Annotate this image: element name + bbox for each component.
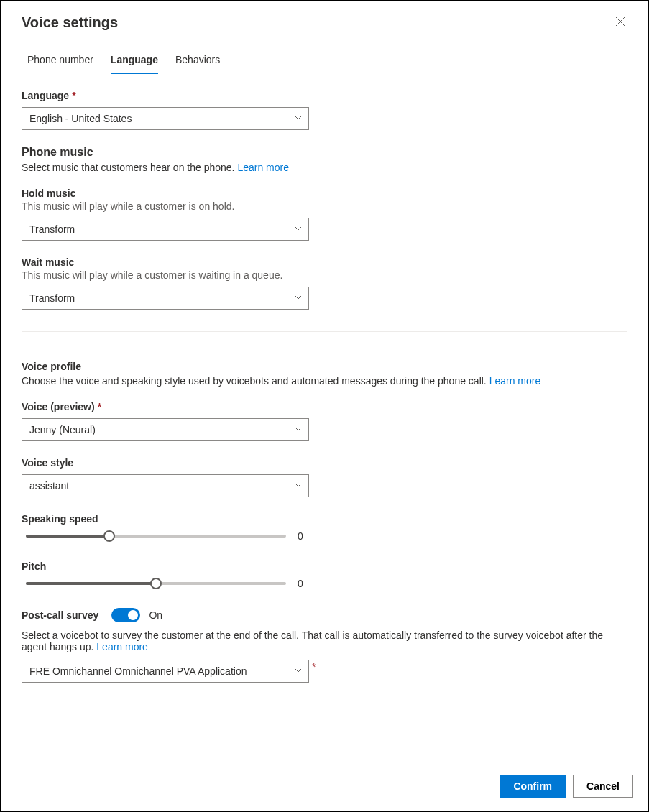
language-select[interactable]: English - United States [22, 107, 309, 130]
voice-label-text: Voice (preview) [22, 401, 95, 412]
phone-music-desc: Select music that customers hear on the … [22, 162, 627, 173]
wait-music-select-value: Transform [29, 292, 75, 304]
phone-music-learn-more-link[interactable]: Learn more [237, 162, 289, 173]
close-icon [615, 17, 625, 29]
voice-label: Voice (preview) * [22, 401, 627, 412]
pitch-slider[interactable] [26, 582, 286, 585]
speaking-speed-label: Speaking speed [22, 513, 627, 525]
language-label-text: Language [22, 90, 69, 101]
toggle-knob [128, 610, 138, 620]
voice-style-select-value: assistant [29, 480, 69, 492]
hold-music-select[interactable]: Transform [22, 218, 309, 241]
slider-thumb[interactable] [103, 530, 115, 542]
hold-music-select-value: Transform [29, 223, 75, 235]
voice-select[interactable]: Jenny (Neural) [22, 418, 309, 441]
tab-behaviors[interactable]: Behaviors [175, 47, 220, 74]
voice-style-label: Voice style [22, 457, 627, 469]
required-indicator: * [312, 661, 316, 673]
post-call-survey-label: Post-call survey [22, 609, 98, 621]
tabs: Phone number Language Behaviors [1, 37, 648, 74]
post-call-survey-select-value: FRE Omnichannel Omnichannel PVA Applicat… [29, 665, 247, 677]
post-call-survey-toggle[interactable] [111, 608, 140, 622]
confirm-button[interactable]: Confirm [500, 775, 566, 798]
voice-profile-heading: Voice profile [22, 361, 627, 372]
language-label: Language * [22, 90, 627, 101]
tab-language[interactable]: Language [111, 47, 158, 74]
wait-music-select[interactable]: Transform [22, 287, 309, 310]
slider-thumb[interactable] [150, 578, 162, 589]
hold-music-desc: This music will play while a customer is… [22, 200, 627, 212]
voice-select-value: Jenny (Neural) [29, 424, 96, 435]
voice-profile-learn-more-link[interactable]: Learn more [489, 375, 541, 387]
close-button[interactable] [613, 16, 627, 30]
speaking-speed-value: 0 [298, 530, 309, 542]
post-call-survey-state: On [149, 609, 162, 621]
phone-music-heading: Phone music [22, 146, 627, 159]
required-indicator: * [72, 90, 75, 101]
hold-music-label: Hold music [22, 188, 627, 199]
language-select-value: English - United States [29, 113, 132, 124]
phone-music-desc-text: Select music that customers hear on the … [22, 162, 237, 173]
voice-profile-desc-text: Choose the voice and speaking style used… [22, 375, 489, 387]
post-call-survey-select[interactable]: FRE Omnichannel Omnichannel PVA Applicat… [22, 660, 309, 683]
tab-phone-number[interactable]: Phone number [27, 47, 93, 74]
pitch-value: 0 [298, 578, 309, 589]
required-indicator: * [98, 401, 101, 412]
cancel-button[interactable]: Cancel [573, 775, 633, 798]
speaking-speed-slider[interactable] [26, 535, 286, 538]
pitch-label: Pitch [22, 560, 627, 572]
wait-music-label: Wait music [22, 257, 627, 268]
post-call-learn-more-link[interactable]: Learn more [96, 641, 148, 652]
panel-title: Voice settings [22, 14, 118, 31]
voice-style-select[interactable]: assistant [22, 474, 309, 497]
section-divider [22, 331, 627, 332]
post-call-survey-desc: Select a voicebot to survey the customer… [22, 629, 627, 652]
wait-music-desc: This music will play while a customer is… [22, 269, 627, 281]
voice-profile-desc: Choose the voice and speaking style used… [22, 375, 627, 387]
